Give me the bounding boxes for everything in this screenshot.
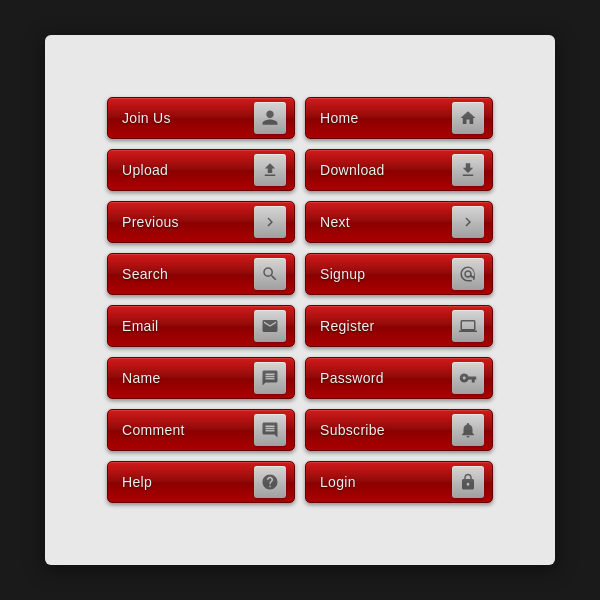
laptop-icon	[452, 310, 484, 342]
help-button[interactable]: Help	[107, 461, 295, 503]
lock-icon	[452, 466, 484, 498]
home-label: Home	[320, 110, 359, 126]
subscribe-button[interactable]: Subscribe	[305, 409, 493, 451]
next-button[interactable]: Next	[305, 201, 493, 243]
search-icon	[254, 258, 286, 290]
subscribe-label: Subscribe	[320, 422, 385, 438]
upload-label: Upload	[122, 162, 168, 178]
upload-button[interactable]: Upload	[107, 149, 295, 191]
register-button[interactable]: Register	[305, 305, 493, 347]
home-icon	[452, 102, 484, 134]
join-us-button[interactable]: Join Us	[107, 97, 295, 139]
chevron-right-icon	[452, 206, 484, 238]
login-label: Login	[320, 474, 356, 490]
person-icon	[254, 102, 286, 134]
comment-icon	[254, 414, 286, 446]
previous-label: Previous	[122, 214, 179, 230]
subscribe-icon	[452, 414, 484, 446]
chat-icon	[254, 362, 286, 394]
signup-label: Signup	[320, 266, 365, 282]
register-label: Register	[320, 318, 375, 334]
at-icon	[452, 258, 484, 290]
email-icon	[254, 310, 286, 342]
comment-label: Comment	[122, 422, 185, 438]
button-grid: Join UsHomeUploadDownloadPreviousNextSea…	[87, 77, 513, 523]
download-icon	[452, 154, 484, 186]
name-button[interactable]: Name	[107, 357, 295, 399]
previous-button[interactable]: Previous	[107, 201, 295, 243]
comment-button[interactable]: Comment	[107, 409, 295, 451]
join-us-label: Join Us	[122, 110, 171, 126]
password-button[interactable]: Password	[305, 357, 493, 399]
next-label: Next	[320, 214, 350, 230]
download-button[interactable]: Download	[305, 149, 493, 191]
search-button[interactable]: Search	[107, 253, 295, 295]
help-icon	[254, 466, 286, 498]
chevron-right-icon	[254, 206, 286, 238]
email-label: Email	[122, 318, 159, 334]
signup-button[interactable]: Signup	[305, 253, 493, 295]
name-label: Name	[122, 370, 161, 386]
download-label: Download	[320, 162, 385, 178]
email-button[interactable]: Email	[107, 305, 295, 347]
main-card: Join UsHomeUploadDownloadPreviousNextSea…	[45, 35, 555, 565]
help-label: Help	[122, 474, 152, 490]
password-label: Password	[320, 370, 384, 386]
key-icon	[452, 362, 484, 394]
home-button[interactable]: Home	[305, 97, 493, 139]
search-label: Search	[122, 266, 168, 282]
upload-icon	[254, 154, 286, 186]
login-button[interactable]: Login	[305, 461, 493, 503]
